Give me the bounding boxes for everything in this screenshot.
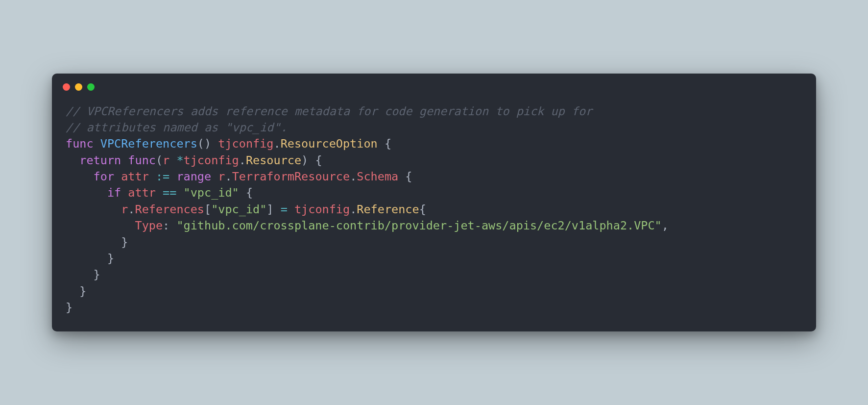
punct: ( — [156, 153, 163, 167]
minimize-icon[interactable] — [75, 83, 82, 91]
punct: { — [419, 202, 426, 216]
op: := — [156, 170, 169, 183]
keyword-if: if — [107, 186, 121, 200]
punct: . — [225, 170, 232, 183]
punct: . — [128, 202, 135, 216]
punct: { — [246, 186, 253, 200]
var: r — [218, 170, 225, 183]
close-icon[interactable] — [63, 83, 70, 91]
string: "vpc_id" — [211, 202, 266, 216]
param: r — [163, 153, 169, 167]
string: "vpc_id" — [184, 186, 239, 200]
punct: . — [239, 153, 246, 167]
var: attr — [121, 170, 149, 183]
punct: ] — [266, 202, 273, 216]
punct: { — [405, 170, 412, 183]
string: "github.com/crossplane-contrib/provider-… — [176, 219, 661, 232]
keyword-func: func — [66, 137, 94, 151]
type: Resource — [246, 153, 301, 167]
punct: } — [107, 252, 114, 265]
pkg: tjconfig — [218, 137, 273, 151]
window-titlebar — [52, 74, 816, 99]
punct: [ — [204, 202, 211, 216]
keyword-range: range — [176, 170, 211, 183]
punct: } — [121, 235, 128, 249]
op: * — [176, 153, 183, 167]
punct: : — [163, 219, 169, 232]
var: attr — [128, 186, 156, 200]
punct: { — [315, 153, 322, 167]
maximize-icon[interactable] — [87, 83, 95, 91]
punct: } — [94, 268, 100, 281]
keyword-func: func — [128, 153, 156, 167]
op: = — [281, 202, 288, 216]
punct: . — [350, 170, 357, 183]
var: r — [121, 202, 128, 216]
type: ResourceOption — [281, 137, 378, 151]
punct: ( — [197, 137, 204, 151]
punct: } — [79, 284, 86, 298]
field: TerraformResource — [232, 170, 350, 183]
punct: ) — [204, 137, 211, 151]
code-window: // VPCReferencers adds reference metadat… — [52, 74, 816, 332]
field: References — [135, 202, 204, 216]
punct: } — [66, 301, 72, 314]
pkg: tjconfig — [294, 202, 350, 216]
field: Schema — [357, 170, 398, 183]
pkg: tjconfig — [184, 153, 239, 167]
keyword-return: return — [79, 153, 121, 167]
op: == — [163, 186, 176, 200]
code-comment: // attributes named as "vpc_id". — [66, 121, 288, 134]
code-comment: // VPCReferencers adds reference metadat… — [66, 104, 592, 118]
punct: { — [385, 137, 391, 151]
type: Reference — [357, 202, 419, 216]
punct: . — [350, 202, 357, 216]
punct: ) — [301, 153, 308, 167]
field: Type — [135, 219, 163, 232]
func-name: VPCReferencers — [100, 137, 197, 151]
code-block: // VPCReferencers adds reference metadat… — [52, 99, 816, 320]
keyword-for: for — [94, 170, 114, 183]
punct: , — [662, 219, 669, 232]
punct: . — [273, 137, 280, 151]
